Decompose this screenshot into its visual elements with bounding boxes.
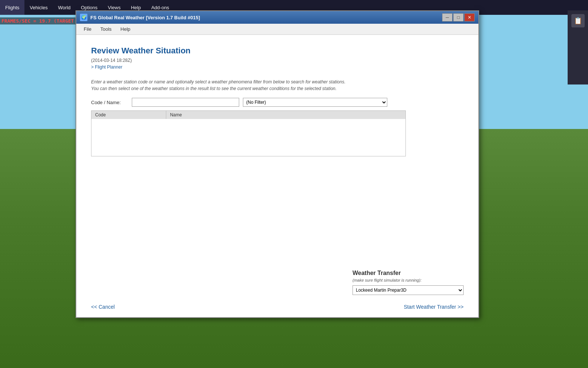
dialog-window: 🌍 FS Global Real Weather [Version 1.7 Bu… [76, 10, 479, 318]
dialog-titlebar: 🌍 FS Global Real Weather [Version 1.7 Bu… [76, 11, 478, 24]
weather-transfer-section: Weather Transfer (make sure flight simul… [353, 270, 464, 295]
table-body [91, 119, 406, 156]
clipboard-icon[interactable]: 📋 [571, 14, 585, 27]
weather-transfer-subtitle: (make sure flight simulator is running): [353, 278, 464, 282]
description-text: Enter a weather station code or name and… [91, 79, 402, 92]
minimize-button[interactable]: ─ [442, 13, 452, 21]
menu-world[interactable]: World [53, 0, 76, 15]
menu-file[interactable]: File [79, 24, 96, 34]
weather-transfer-title: Weather Transfer [353, 270, 464, 276]
flight-planner-link[interactable]: > Flight Planner [91, 64, 464, 70]
menu-tools[interactable]: Tools [96, 24, 116, 34]
results-table: Code Name [91, 110, 406, 156]
restore-button[interactable]: □ [453, 13, 464, 21]
titlebar-buttons: ─ □ ✕ [442, 13, 475, 21]
col-name: Name [166, 111, 406, 119]
frames-counter: FRAMES/SEC = 19.7 (TARGET [0, 17, 76, 24]
table-row-empty [91, 119, 406, 156]
search-row: Code / Name: (No Filter) [91, 98, 464, 107]
description-line1: Enter a weather station code or name and… [91, 79, 345, 84]
dialog-menubar: File Tools Help [76, 24, 478, 35]
menu-vehicles[interactable]: Vehicles [24, 0, 53, 15]
dialog-title: FS Global Real Weather [Version 1.7 Buil… [90, 15, 442, 20]
search-input[interactable] [132, 98, 239, 107]
menu-flights[interactable]: Flights [0, 0, 24, 15]
start-transfer-button[interactable]: Start Weather Transfer >> [404, 304, 464, 310]
dialog-content: Review Weather Situation (2014-03-14 18:… [76, 35, 478, 317]
cancel-button[interactable]: << Cancel [91, 304, 115, 310]
table-header-row: Code Name [91, 111, 406, 119]
page-title: Review Weather Situation [91, 46, 464, 56]
dialog-icon: 🌍 [80, 14, 87, 21]
description-line2: You can then select one of the weather s… [91, 86, 337, 91]
page-subtitle: (2014-03-14 18:28Z) [91, 58, 464, 63]
menu-help-dialog[interactable]: Help [116, 24, 135, 34]
search-label: Code / Name: [91, 100, 128, 105]
close-button[interactable]: ✕ [464, 13, 475, 21]
right-panel: 📋 [568, 10, 588, 84]
simulator-dropdown[interactable]: Lockeed Martin Prepar3D [353, 285, 464, 295]
bottom-buttons: << Cancel Start Weather Transfer >> [91, 304, 464, 310]
col-code: Code [91, 111, 166, 119]
filter-dropdown[interactable]: (No Filter) [243, 98, 387, 107]
